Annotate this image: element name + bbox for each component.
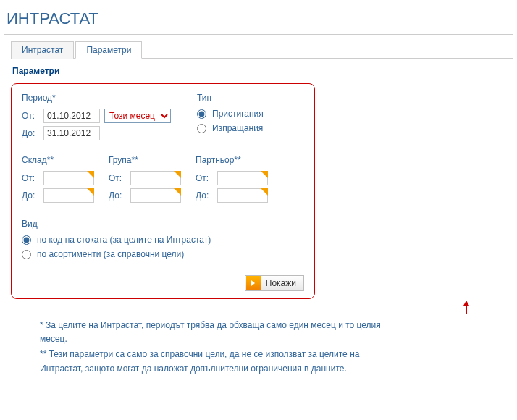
warehouse-from-input[interactable] [43,171,94,185]
period-preset-select[interactable]: Този месец [104,109,171,123]
period-header: Период* [22,93,171,103]
kind-byassort-label[interactable]: по асортименти (за справочни цели) [37,249,184,259]
group-to-label: До: [109,190,126,201]
kind-byassort-radio[interactable] [22,250,31,259]
warehouse-group: Склад** От: До: [22,155,94,206]
group-group: Група** От: До: [109,155,181,206]
type-header: Тип [197,93,264,103]
group-header-lbl: Група** [109,155,181,165]
type-arrivals-radio[interactable] [197,109,206,119]
partner-to-input[interactable] [217,188,268,203]
group-to-input[interactable] [130,188,181,203]
period-from-input[interactable] [43,109,100,123]
period-group: Период* От: Този месец До: [22,93,171,143]
show-button-label: Покажи [261,278,303,288]
footnote-1: * За целите на Интрастат, периодът трябв… [40,319,400,346]
period-to-label: До: [22,128,39,138]
tab-params[interactable]: Параметри [75,41,142,59]
kind-group: Вид по код на стоката (за целите на Интр… [22,219,304,264]
callout-arrow-icon [4,301,513,316]
show-button[interactable]: Покажи [245,275,304,291]
partner-header: Партньор** [196,155,268,165]
footnotes: * За целите на Интрастат, периодът трябв… [4,316,409,386]
tab-intrastat[interactable]: Интрастат [11,41,74,59]
kind-bycode-label[interactable]: по код на стоката (за целите на Интраста… [37,235,211,245]
partner-from-label: От: [196,173,213,183]
warehouse-to-input[interactable] [43,188,94,203]
partner-to-label: До: [196,190,213,201]
kind-header: Вид [22,219,304,229]
tab-bar: Интрастат Параметри [11,41,513,59]
kind-bycode-radio[interactable] [22,235,31,245]
group-from-label: От: [109,173,126,183]
warehouse-header: Склад** [22,155,94,165]
warehouse-to-label: До: [22,190,39,201]
section-header: Параметри [4,59,513,80]
period-from-label: От: [22,111,39,121]
partner-from-input[interactable] [217,171,268,185]
arrow-right-icon [246,276,261,290]
warehouse-from-label: От: [22,173,39,183]
page-title: ИНТРАСТАТ [4,4,513,34]
footnote-2: ** Тези параметри са само за справочни ц… [40,348,400,375]
params-panel: Период* От: Този месец До: Тип Пристиган… [11,83,315,299]
period-to-input[interactable] [43,126,100,140]
type-dispatches-radio[interactable] [197,124,206,133]
group-from-input[interactable] [130,171,181,185]
type-arrivals-label[interactable]: Пристигания [212,109,264,119]
type-dispatches-label[interactable]: Изпращания [212,123,263,133]
type-group: Тип Пристигания Изпращания [197,93,264,143]
divider [4,34,513,35]
partner-group: Партньор** От: До: [196,155,268,206]
